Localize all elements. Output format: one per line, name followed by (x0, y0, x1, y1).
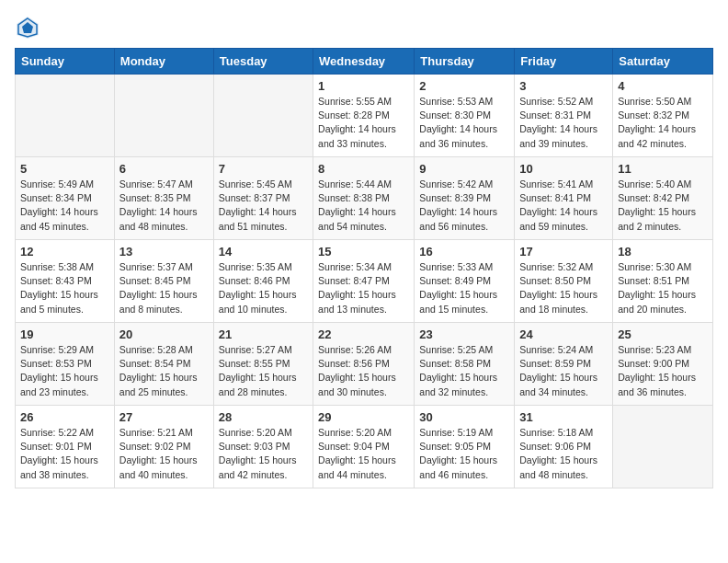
calendar-cell: 15Sunrise: 5:34 AM Sunset: 8:47 PM Dayli… (313, 240, 415, 323)
day-info: Sunrise: 5:47 AM Sunset: 8:35 PM Dayligh… (119, 178, 209, 234)
calendar-cell (114, 75, 213, 157)
day-number: 9 (419, 162, 509, 176)
page-header (15, 15, 713, 40)
weekday-header-friday: Friday (515, 49, 613, 75)
day-number: 24 (519, 327, 608, 341)
day-number: 7 (219, 162, 308, 176)
calendar-cell: 13Sunrise: 5:37 AM Sunset: 8:45 PM Dayli… (114, 240, 213, 323)
day-number: 20 (119, 327, 209, 341)
calendar-cell: 9Sunrise: 5:42 AM Sunset: 8:39 PM Daylig… (415, 157, 515, 240)
calendar-cell: 26Sunrise: 5:22 AM Sunset: 9:01 PM Dayli… (16, 406, 115, 488)
day-number: 23 (419, 327, 509, 341)
day-info: Sunrise: 5:52 AM Sunset: 8:31 PM Dayligh… (519, 95, 608, 151)
day-number: 17 (519, 245, 608, 259)
calendar-cell: 10Sunrise: 5:41 AM Sunset: 8:41 PM Dayli… (515, 157, 613, 240)
calendar-cell: 11Sunrise: 5:40 AM Sunset: 8:42 PM Dayli… (613, 157, 713, 240)
calendar-cell: 24Sunrise: 5:24 AM Sunset: 8:59 PM Dayli… (515, 323, 613, 406)
day-info: Sunrise: 5:55 AM Sunset: 8:28 PM Dayligh… (318, 95, 409, 151)
day-info: Sunrise: 5:19 AM Sunset: 9:05 PM Dayligh… (419, 426, 509, 482)
day-number: 4 (618, 79, 708, 93)
day-info: Sunrise: 5:30 AM Sunset: 8:51 PM Dayligh… (618, 260, 708, 316)
calendar-cell: 18Sunrise: 5:30 AM Sunset: 8:51 PM Dayli… (613, 240, 713, 323)
day-number: 21 (219, 327, 308, 341)
day-number: 12 (20, 245, 109, 259)
day-number: 8 (318, 162, 409, 176)
day-number: 27 (119, 410, 209, 424)
calendar-cell: 4Sunrise: 5:50 AM Sunset: 8:32 PM Daylig… (613, 75, 713, 157)
calendar-cell: 6Sunrise: 5:47 AM Sunset: 8:35 PM Daylig… (114, 157, 213, 240)
day-number: 2 (419, 79, 509, 93)
calendar-cell: 22Sunrise: 5:26 AM Sunset: 8:56 PM Dayli… (313, 323, 415, 406)
day-info: Sunrise: 5:27 AM Sunset: 8:55 PM Dayligh… (219, 343, 308, 399)
calendar-cell: 21Sunrise: 5:27 AM Sunset: 8:55 PM Dayli… (213, 323, 313, 406)
calendar-cell: 17Sunrise: 5:32 AM Sunset: 8:50 PM Dayli… (515, 240, 613, 323)
calendar-cell: 28Sunrise: 5:20 AM Sunset: 9:03 PM Dayli… (213, 406, 313, 488)
day-info: Sunrise: 5:41 AM Sunset: 8:41 PM Dayligh… (519, 178, 608, 234)
calendar-week-2: 5Sunrise: 5:49 AM Sunset: 8:34 PM Daylig… (16, 157, 713, 240)
day-info: Sunrise: 5:45 AM Sunset: 8:37 PM Dayligh… (219, 178, 308, 234)
day-info: Sunrise: 5:33 AM Sunset: 8:49 PM Dayligh… (419, 260, 509, 316)
calendar-week-4: 19Sunrise: 5:29 AM Sunset: 8:53 PM Dayli… (16, 323, 713, 406)
day-number: 28 (219, 410, 308, 424)
weekday-header-saturday: Saturday (613, 49, 713, 75)
day-info: Sunrise: 5:20 AM Sunset: 9:04 PM Dayligh… (318, 426, 409, 482)
day-info: Sunrise: 5:20 AM Sunset: 9:03 PM Dayligh… (219, 426, 308, 482)
day-number: 18 (618, 245, 708, 259)
day-info: Sunrise: 5:44 AM Sunset: 8:38 PM Dayligh… (318, 178, 409, 234)
day-info: Sunrise: 5:40 AM Sunset: 8:42 PM Dayligh… (618, 178, 708, 234)
day-number: 3 (519, 79, 608, 93)
day-info: Sunrise: 5:35 AM Sunset: 8:46 PM Dayligh… (219, 260, 308, 316)
day-info: Sunrise: 5:24 AM Sunset: 8:59 PM Dayligh… (519, 343, 608, 399)
day-info: Sunrise: 5:34 AM Sunset: 8:47 PM Dayligh… (318, 260, 409, 316)
calendar-cell: 2Sunrise: 5:53 AM Sunset: 8:30 PM Daylig… (415, 75, 515, 157)
calendar-week-5: 26Sunrise: 5:22 AM Sunset: 9:01 PM Dayli… (16, 406, 713, 488)
day-info: Sunrise: 5:49 AM Sunset: 8:34 PM Dayligh… (20, 178, 109, 234)
weekday-header-thursday: Thursday (415, 49, 515, 75)
day-info: Sunrise: 5:25 AM Sunset: 8:58 PM Dayligh… (419, 343, 509, 399)
calendar-cell: 27Sunrise: 5:21 AM Sunset: 9:02 PM Dayli… (114, 406, 213, 488)
day-number: 5 (20, 162, 109, 176)
day-number: 13 (119, 245, 209, 259)
day-info: Sunrise: 5:32 AM Sunset: 8:50 PM Dayligh… (519, 260, 608, 316)
calendar-cell: 8Sunrise: 5:44 AM Sunset: 8:38 PM Daylig… (313, 157, 415, 240)
day-info: Sunrise: 5:50 AM Sunset: 8:32 PM Dayligh… (618, 95, 708, 151)
calendar-cell (16, 75, 115, 157)
day-number: 29 (318, 410, 409, 424)
weekday-header-sunday: Sunday (16, 49, 115, 75)
day-number: 11 (618, 162, 708, 176)
calendar-cell: 30Sunrise: 5:19 AM Sunset: 9:05 PM Dayli… (415, 406, 515, 488)
day-info: Sunrise: 5:29 AM Sunset: 8:53 PM Dayligh… (20, 343, 109, 399)
calendar-cell: 19Sunrise: 5:29 AM Sunset: 8:53 PM Dayli… (16, 323, 115, 406)
logo (15, 15, 44, 40)
calendar-cell: 5Sunrise: 5:49 AM Sunset: 8:34 PM Daylig… (16, 157, 115, 240)
calendar-cell: 29Sunrise: 5:20 AM Sunset: 9:04 PM Dayli… (313, 406, 415, 488)
calendar-cell: 25Sunrise: 5:23 AM Sunset: 9:00 PM Dayli… (613, 323, 713, 406)
day-info: Sunrise: 5:21 AM Sunset: 9:02 PM Dayligh… (119, 426, 209, 482)
calendar-cell: 7Sunrise: 5:45 AM Sunset: 8:37 PM Daylig… (213, 157, 313, 240)
calendar-week-3: 12Sunrise: 5:38 AM Sunset: 8:43 PM Dayli… (16, 240, 713, 323)
day-number: 26 (20, 410, 109, 424)
calendar-week-1: 1Sunrise: 5:55 AM Sunset: 8:28 PM Daylig… (16, 75, 713, 157)
day-info: Sunrise: 5:22 AM Sunset: 9:01 PM Dayligh… (20, 426, 109, 482)
logo-icon (15, 15, 40, 40)
calendar-cell (613, 406, 713, 488)
weekday-header-monday: Monday (114, 49, 213, 75)
day-number: 22 (318, 327, 409, 341)
calendar-cell: 20Sunrise: 5:28 AM Sunset: 8:54 PM Dayli… (114, 323, 213, 406)
weekday-header-tuesday: Tuesday (213, 49, 313, 75)
calendar-cell: 12Sunrise: 5:38 AM Sunset: 8:43 PM Dayli… (16, 240, 115, 323)
day-number: 15 (318, 245, 409, 259)
day-number: 14 (219, 245, 308, 259)
calendar-cell: 23Sunrise: 5:25 AM Sunset: 8:58 PM Dayli… (415, 323, 515, 406)
day-number: 10 (519, 162, 608, 176)
weekday-header-row: SundayMondayTuesdayWednesdayThursdayFrid… (16, 49, 713, 75)
weekday-header-wednesday: Wednesday (313, 49, 415, 75)
calendar-cell: 14Sunrise: 5:35 AM Sunset: 8:46 PM Dayli… (213, 240, 313, 323)
day-info: Sunrise: 5:26 AM Sunset: 8:56 PM Dayligh… (318, 343, 409, 399)
day-number: 1 (318, 79, 409, 93)
day-info: Sunrise: 5:18 AM Sunset: 9:06 PM Dayligh… (519, 426, 608, 482)
day-number: 6 (119, 162, 209, 176)
calendar-cell: 3Sunrise: 5:52 AM Sunset: 8:31 PM Daylig… (515, 75, 613, 157)
calendar-cell (213, 75, 313, 157)
day-info: Sunrise: 5:38 AM Sunset: 8:43 PM Dayligh… (20, 260, 109, 316)
